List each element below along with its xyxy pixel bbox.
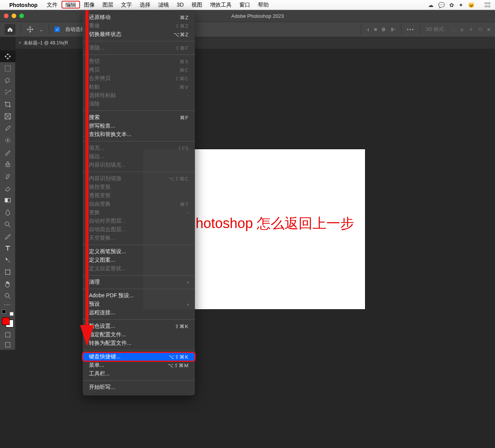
menu-separator [83,172,195,172]
macos-menubar: Photoshop 文件编辑图像图层文字选择滤镜3D视图增效工具窗口帮助 ☁💬✿… [0,0,495,10]
tool-hand[interactable] [0,278,15,290]
tool-zoom[interactable] [0,290,15,302]
menu-item-粘贴: 粘贴⌘V [83,83,195,91]
menu-item-内容识别缩放: 内容识别缩放⌥⇧⌘C [83,174,195,183]
color-swatches[interactable] [0,307,15,330]
menu-item-菜单[interactable]: 菜单...⌥⇧⌘M [83,361,195,370]
tool-shape[interactable] [0,266,15,278]
tools-more[interactable]: ••• [0,302,15,307]
tool-frame[interactable] [0,110,15,122]
menu-图层[interactable]: 图层 [99,1,117,9]
menu-item-查找和替换文本[interactable]: 查找和替换文本... [83,130,195,139]
tray-icon[interactable]: ✿ [449,2,454,8]
menu-item-清理[interactable]: 清理› [83,278,195,286]
menu-item-填充: 填充...⇧F5 [83,144,195,152]
menu-item-选择性粘贴: 选择性粘贴› [83,91,195,100]
menu-item-AdobePDF预设[interactable]: Adobe PDF 预设... [83,291,195,300]
menu-item-切换最终状态[interactable]: 切换最终状态⌥⌘Z [83,30,195,39]
menu-item-透视变形: 透视变形 [83,191,195,200]
menu-滤镜[interactable]: 滤镜 [154,1,173,9]
menu-item-颜色设置[interactable]: 颜色设置...⇧⌘K [83,322,195,330]
tray-icon[interactable]: 💬 [438,2,445,8]
menu-编辑[interactable]: 编辑 [61,1,80,9]
menu-item-描边: 描边... [83,152,195,161]
auto-select-checkbox[interactable]: ✓ [55,27,60,32]
maximize-window-button[interactable] [19,14,24,18]
document-tab-label[interactable]: 未标题–1 @ 49.1%(R [24,40,68,46]
screenmode-button[interactable] [0,340,15,350]
menu-item-指定配置文件[interactable]: 指定配置文件... [83,330,195,339]
window-title: Adobe Photoshop 2023 [231,13,284,19]
menu-item-还原移动[interactable]: 还原移动⌘Z [83,13,195,22]
menu-item-自动对齐图层: 自动对齐图层... [83,217,195,225]
foreground-color[interactable] [2,317,10,325]
menu-item-合并拷贝: 合并拷贝⇧⌘C [83,74,195,83]
edit-menu-dropdown: 还原移动⌘Z重做⇧⌘Z切换最终状态⌥⌘Z渐隐...⇧⌘F剪切⌘X拷贝⌘C合并拷贝… [83,11,195,395]
menu-3D[interactable]: 3D [173,1,188,9]
tool-move[interactable] [0,50,15,62]
menu-增效工具[interactable]: 增效工具 [206,1,236,9]
menu-选择[interactable]: 选择 [136,1,154,9]
tool-eyedropper[interactable] [0,122,15,134]
tab-close-icon[interactable]: × [19,40,21,46]
menu-图像[interactable]: 图像 [80,1,99,9]
menu-item-变换: 变换› [83,208,195,217]
menu-文字[interactable]: 文字 [117,1,136,9]
tool-lasso[interactable] [0,74,15,86]
menu-帮助[interactable]: 帮助 [254,1,273,9]
menu-item-拼写检查[interactable]: 拼写检查... [83,122,195,130]
tools-panel: ••• [0,50,15,350]
svg-rect-6 [5,270,10,274]
tool-type[interactable] [0,242,15,254]
menu-separator [83,111,195,111]
tool-heal[interactable] [0,134,15,146]
tool-gradient[interactable] [0,194,15,206]
canvas-text: hotoshop 怎么返回上一步 [196,214,354,233]
menu-item-转换为配置文件[interactable]: 转换为配置文件... [83,339,195,347]
align-icons[interactable]: ⫞≡⊪⊩ [367,26,396,32]
quickmask-button[interactable] [0,330,15,340]
tool-pen[interactable] [0,230,15,242]
tool-history[interactable] [0,170,15,182]
system-tray: ☁💬✿✦🐱 0KB 0KB [428,2,490,8]
menu-文件[interactable]: 文件 [43,1,61,9]
menu-item-定义图案[interactable]: 定义图案... [83,256,195,264]
tool-stamp[interactable] [0,158,15,170]
tool-path[interactable] [0,254,15,266]
menu-item-重做: 重做⇧⌘Z [83,22,195,30]
tool-dodge[interactable] [0,218,15,230]
menu-item-键盘快捷键[interactable]: 键盘快捷键...⌥⇧⌘K [83,353,195,361]
close-window-button[interactable] [4,14,9,18]
tool-wand[interactable] [0,86,15,98]
tray-icon[interactable]: 🐱 [468,2,475,8]
svg-rect-0 [5,66,10,71]
menu-item-工具栏[interactable]: 工具栏... [83,370,195,378]
tray-icon[interactable]: ☁ [428,2,434,8]
tray-icon[interactable]: ✦ [459,2,463,8]
tool-blur[interactable] [0,206,15,218]
menu-item-预设[interactable]: 预设› [83,300,195,308]
tool-brush[interactable] [0,146,15,158]
menu-item-远程连接[interactable]: 远程连接... [83,308,195,317]
home-button[interactable] [5,24,15,35]
menu-item-定义画笔预设[interactable]: 定义画笔预设... [83,247,195,256]
app-name[interactable]: Photoshop [9,2,38,8]
svg-point-7 [5,293,9,297]
svg-rect-8 [5,332,10,337]
minimize-window-button[interactable] [12,14,16,18]
menu-item-剪切: 剪切⌘X [83,57,195,66]
menu-窗口[interactable]: 窗口 [236,1,254,9]
menu-item-搜索[interactable]: 搜索⌘F [83,113,195,122]
menu-item-自动混合图层: 自动混合图层... [83,225,195,234]
menu-item-开始听写[interactable]: 开始听写... [83,383,195,392]
tool-crop[interactable] [0,98,15,110]
menu-item-渐隐: 渐隐...⇧⌘F [83,44,195,52]
move-tool-icon[interactable] [27,26,34,33]
tool-eraser[interactable] [0,182,15,194]
tool-marquee[interactable] [0,62,15,74]
menu-item-天空替换: 天空替换... [83,234,195,242]
menu-separator [83,245,195,245]
more-icon[interactable]: ••• [407,27,415,32]
menu-视图[interactable]: 视图 [188,1,206,9]
svg-rect-4 [5,198,8,202]
